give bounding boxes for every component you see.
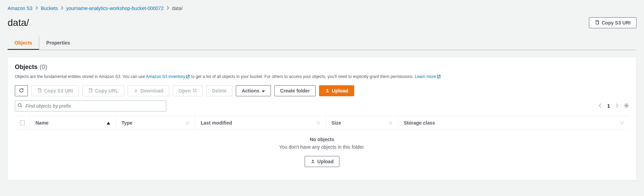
breadcrumb: Amazon S3 Buckets yourname-analytics-wor… bbox=[8, 6, 636, 11]
refresh-icon bbox=[19, 88, 24, 94]
search-icon bbox=[18, 103, 22, 109]
copy-url-button-disabled: Copy URL bbox=[82, 85, 124, 96]
upload-button[interactable]: Upload bbox=[319, 85, 354, 96]
sort-icon bbox=[186, 120, 189, 126]
objects-panel: Objects (0) Objects are the fundamental … bbox=[8, 57, 636, 180]
sort-asc-icon bbox=[107, 120, 110, 126]
chevron-right-icon bbox=[166, 6, 169, 11]
tabs: Objects Properties bbox=[8, 37, 636, 50]
next-page-button[interactable] bbox=[615, 103, 618, 109]
table-header: Name Type Last modified bbox=[15, 116, 629, 130]
breadcrumb-link-s3[interactable]: Amazon S3 bbox=[8, 6, 32, 11]
learn-more-link[interactable]: Learn more bbox=[415, 74, 441, 79]
empty-title: No objects bbox=[15, 137, 629, 142]
external-link-icon bbox=[437, 74, 441, 80]
copy-s3-uri-button[interactable]: Copy S3 URI bbox=[589, 17, 636, 28]
download-icon bbox=[134, 88, 138, 94]
prev-page-button[interactable] bbox=[599, 103, 602, 109]
page-title: data/ bbox=[8, 17, 29, 28]
download-button-disabled: Download bbox=[128, 85, 169, 96]
tab-objects[interactable]: Objects bbox=[8, 37, 39, 50]
actions-button[interactable]: Actions bbox=[236, 85, 271, 96]
refresh-button[interactable] bbox=[15, 85, 28, 96]
tab-properties[interactable]: Properties bbox=[39, 37, 77, 50]
copy-s3-uri-button-disabled: Copy S3 URI bbox=[31, 85, 79, 96]
chevron-right-icon bbox=[35, 6, 38, 11]
breadcrumb-link-bucket[interactable]: yourname-analytics-workshop-bucket-00007… bbox=[66, 6, 163, 11]
create-folder-button[interactable]: Create folder bbox=[274, 85, 316, 96]
search-box bbox=[15, 100, 166, 111]
caret-down-icon bbox=[262, 88, 265, 94]
column-size[interactable]: Size bbox=[326, 116, 398, 129]
copy-s3-uri-label: Copy S3 URI bbox=[602, 20, 631, 26]
open-button-disabled: Open bbox=[173, 85, 203, 96]
empty-upload-button[interactable]: Upload bbox=[305, 156, 339, 167]
upload-icon bbox=[310, 159, 315, 165]
empty-state: No objects You don't have any objects in… bbox=[15, 130, 629, 170]
copy-icon bbox=[595, 20, 600, 26]
svg-point-3 bbox=[18, 104, 21, 107]
breadcrumb-current: data/ bbox=[172, 6, 182, 11]
column-storage-class[interactable]: Storage class bbox=[398, 116, 629, 129]
svg-point-4 bbox=[626, 105, 627, 106]
column-last-modified[interactable]: Last modified bbox=[195, 116, 326, 129]
panel-description: Objects are the fundamental entities sto… bbox=[15, 74, 629, 80]
upload-icon bbox=[325, 88, 330, 94]
toolbar: Copy S3 URI Copy URL Download Open bbox=[15, 85, 629, 96]
sort-icon bbox=[620, 120, 624, 126]
inventory-link[interactable]: Amazon S3 inventory bbox=[146, 74, 190, 79]
copy-icon bbox=[37, 88, 42, 94]
settings-button[interactable] bbox=[624, 103, 629, 109]
page-number: 1 bbox=[607, 103, 610, 109]
copy-icon bbox=[88, 88, 93, 94]
chevron-right-icon bbox=[61, 6, 63, 11]
panel-count: (0) bbox=[40, 63, 47, 71]
empty-description: You don't have any objects in this folde… bbox=[15, 144, 629, 150]
breadcrumb-link-buckets[interactable]: Buckets bbox=[41, 6, 58, 11]
search-input[interactable] bbox=[15, 100, 166, 111]
external-link-icon bbox=[186, 74, 190, 80]
column-type[interactable]: Type bbox=[116, 116, 195, 129]
select-all-checkbox[interactable] bbox=[15, 116, 30, 129]
pagination: 1 bbox=[599, 103, 629, 109]
delete-button-disabled: Delete bbox=[206, 85, 232, 96]
checkbox-icon bbox=[20, 120, 25, 125]
sort-icon bbox=[389, 120, 392, 126]
sort-icon bbox=[317, 120, 320, 126]
external-link-icon bbox=[193, 88, 197, 94]
objects-table: Name Type Last modified bbox=[15, 116, 629, 170]
panel-title: Objects bbox=[15, 63, 38, 71]
column-name[interactable]: Name bbox=[30, 116, 116, 129]
